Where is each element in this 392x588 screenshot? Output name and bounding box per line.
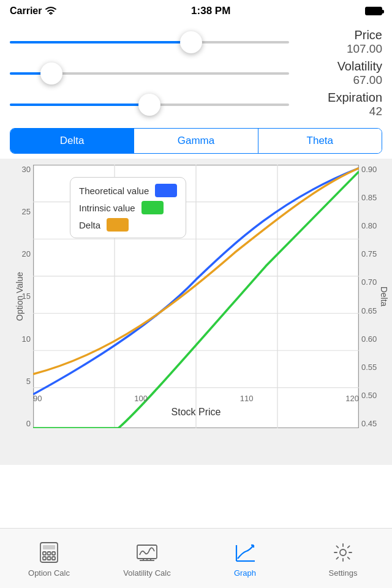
price-fill: [10, 41, 191, 43]
volatility-slider[interactable]: [10, 61, 289, 86]
calc-icon: [36, 539, 62, 566]
y-right-tick-4: 0.70: [361, 277, 377, 287]
volatility-label-group: Volatility 67.00: [296, 59, 382, 87]
expiration-slider-row: Expiration 42: [10, 91, 382, 118]
svg-rect-17: [48, 557, 51, 560]
nav-label-volatility: Volatility Calc: [123, 568, 170, 578]
y-right-tick-6: 0.60: [361, 334, 377, 344]
expiration-fill: [10, 104, 149, 106]
nav-graph[interactable]: Graph: [196, 539, 294, 578]
expiration-track: [10, 104, 289, 106]
legend-color-delta: [107, 218, 129, 232]
svg-point-0: [50, 13, 51, 15]
svg-point-28: [340, 549, 346, 556]
legend-label-delta: Delta: [79, 220, 100, 230]
legend-color-intrinsic: [141, 201, 164, 214]
nav-label-graph: Graph: [234, 568, 256, 578]
y-right-tick-8: 0.50: [361, 391, 377, 400]
y-axis-left: Option Value 30 25 20 15 10 5 0: [6, 165, 33, 428]
y-axis-right: Delta 0.90 0.85 0.80 0.75 0.70 0.65 0.60…: [359, 165, 386, 428]
y-left-tick-6: 0: [26, 419, 31, 428]
settings-icon: [330, 539, 356, 566]
nav-label-settings: Settings: [329, 568, 358, 578]
y-left-tick-2: 20: [22, 249, 31, 258]
x-tick-3: 120: [345, 394, 359, 403]
y-left-tick-4: 10: [22, 334, 31, 344]
price-label-group: Price 107.00: [296, 28, 382, 56]
nav-volatility-calc[interactable]: Volatility Calc: [98, 539, 196, 578]
price-slider[interactable]: [10, 30, 289, 55]
price-value: 107.00: [296, 42, 382, 56]
volatility-track: [10, 72, 289, 75]
volatility-thumb[interactable]: [40, 62, 62, 85]
tab-theta[interactable]: Theta: [258, 129, 382, 153]
nav-settings[interactable]: Settings: [294, 539, 392, 578]
legend-item-delta: Delta: [79, 218, 177, 232]
volatility-label: Volatility: [296, 59, 382, 74]
nav-option-calc[interactable]: Option Calc: [0, 539, 98, 578]
controls-area: Price 107.00 Volatility 67.00 Expiration…: [0, 22, 392, 124]
svg-rect-14: [48, 552, 51, 555]
expiration-label-group: Expiration 42: [296, 91, 382, 118]
carrier-info: Carrier: [10, 6, 56, 17]
svg-rect-13: [43, 552, 46, 555]
x-tick-0: 90: [33, 394, 42, 403]
x-axis-labels: 90 100 110 120: [33, 391, 359, 405]
expiration-label: Expiration: [296, 91, 382, 105]
volatility-value: 67.00: [296, 74, 382, 87]
x-axis-area: 90 100 110 120 Stock Price: [33, 391, 359, 428]
price-label: Price: [296, 28, 382, 42]
expiration-slider[interactable]: [10, 92, 289, 117]
svg-rect-16: [43, 557, 46, 560]
y-left-tick-0: 30: [22, 165, 31, 174]
wifi-icon: [45, 6, 56, 17]
legend-label-intrinsic: Intrinsic value: [79, 203, 135, 213]
y-right-tick-3: 0.75: [361, 249, 377, 258]
status-bar: Carrier 1:38 PM: [0, 0, 392, 22]
chart-inner: Option Value 30 25 20 15 10 5 0: [6, 165, 386, 428]
svg-rect-18: [52, 557, 55, 560]
chart-svg-area: Theoretical value Intrinsic value Delta: [33, 165, 359, 428]
price-thumb[interactable]: [180, 31, 202, 53]
legend-item-intrinsic: Intrinsic value: [79, 201, 177, 214]
graph-icon: [232, 539, 258, 566]
battery-icon: [365, 7, 382, 15]
y-right-tick-0: 0.90: [361, 165, 377, 174]
svg-rect-15: [52, 552, 55, 555]
carrier-label: Carrier: [10, 6, 42, 17]
volatility-icon: [134, 539, 160, 566]
y-left-tick-1: 25: [22, 207, 31, 216]
tab-gamma[interactable]: Gamma: [134, 129, 258, 153]
price-track: [10, 41, 289, 43]
clock: 1:38 PM: [191, 5, 230, 17]
y-right-tick-7: 0.55: [361, 363, 377, 372]
battery-area: [365, 7, 382, 15]
y-right-title: Delta: [380, 287, 390, 307]
tab-delta[interactable]: Delta: [10, 129, 134, 153]
expiration-value: 42: [296, 105, 382, 118]
y-right-tick-1: 0.85: [361, 193, 377, 202]
legend-color-theoretical: [155, 184, 177, 197]
bottom-nav: Option Calc Volatility Calc Gra: [0, 528, 392, 588]
x-tick-2: 110: [240, 394, 254, 403]
legend-box: Theoretical value Intrinsic value Delta: [70, 177, 186, 238]
volatility-slider-row: Volatility 67.00: [10, 59, 382, 87]
y-right-tick-5: 0.65: [361, 306, 377, 315]
greek-tabs: Delta Gamma Theta: [10, 128, 382, 154]
expiration-thumb[interactable]: [138, 94, 160, 116]
nav-label-calc: Option Calc: [28, 568, 70, 578]
y-left-tick-5: 5: [26, 377, 31, 386]
y-left-title: Option Value: [15, 272, 24, 321]
y-right-tick-2: 0.80: [361, 221, 377, 230]
legend-label-theoretical: Theoretical value: [79, 186, 149, 196]
legend-item-theoretical: Theoretical value: [79, 184, 177, 197]
svg-rect-12: [43, 545, 55, 549]
chart-container: Option Value 30 25 20 15 10 5 0: [0, 159, 392, 465]
price-slider-row: Price 107.00: [10, 28, 382, 56]
y-right-tick-9: 0.45: [361, 419, 377, 428]
x-axis-title: Stock Price: [33, 407, 359, 418]
x-tick-1: 100: [134, 394, 148, 403]
svg-rect-19: [137, 545, 157, 559]
